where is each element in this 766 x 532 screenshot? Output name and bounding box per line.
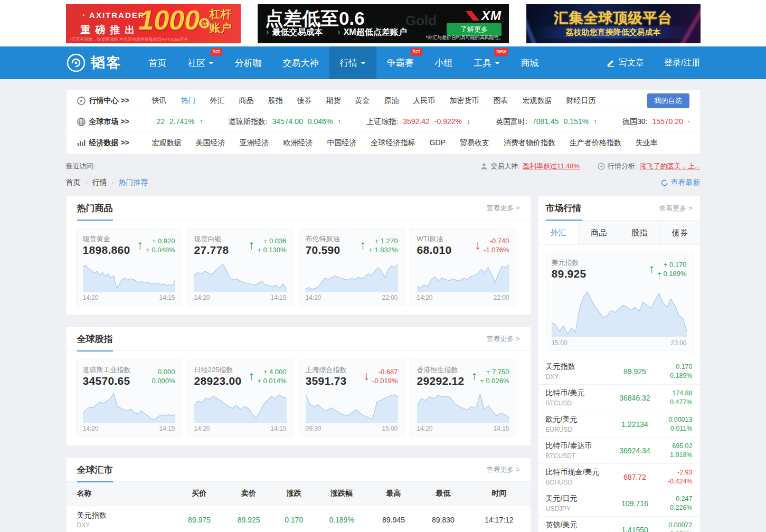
link-ppi[interactable]: 生产者价格指数 xyxy=(570,138,621,148)
bar-chart-icon xyxy=(77,139,86,147)
link-gdp[interactable]: GDP xyxy=(430,138,446,148)
ticker-item[interactable]: 22 2.741% ↑ xyxy=(152,117,203,127)
link-hot[interactable]: 热门 xyxy=(181,96,196,106)
index-card-nikkei[interactable]: 日经225指数28923.00 ↑ + 4.000+ 0.014% 14:201… xyxy=(187,359,294,436)
quote-row-btcusdt[interactable]: 比特币/泰达币BTCUSDT 36924.34 695.021.918% xyxy=(538,437,700,463)
link-macro-data[interactable]: 宏观数据 xyxy=(523,96,552,106)
trend-arrow-icon: ↑ xyxy=(137,239,144,251)
link-europe-economy[interactable]: 欧洲经济 xyxy=(283,138,313,148)
breadcrumb-quotes[interactable]: 行情 xyxy=(92,178,107,187)
link-global-indicators[interactable]: 全球经济指标 xyxy=(371,138,415,148)
ticker-item-ftse[interactable]: 英国富时: 7081.45 0.151% ↑ xyxy=(496,117,597,127)
link-asia-economy[interactable]: 亚洲经济 xyxy=(240,138,269,148)
nav-item-mall[interactable]: 商城 xyxy=(510,46,550,79)
link-china-economy[interactable]: 中国经济 xyxy=(327,138,357,148)
global-market-row: 全球市场 >> 22 2.741% ↑ 道琼斯指数: 34574.00 0.04… xyxy=(67,111,700,132)
commodity-card-wti[interactable]: WTI原油68.010 ↓ -0.740-1.076% 14:2022:00 xyxy=(410,228,516,306)
write-article-button[interactable]: 写文章 xyxy=(607,58,644,69)
compass-icon xyxy=(77,97,86,105)
link-crypto[interactable]: 加密货币 xyxy=(450,96,479,106)
featured-instrument-card[interactable]: 美元指数89.925 ↑ + 0.170+ 0.189% 15:0023:00 xyxy=(545,252,694,351)
trend-arrow-icon: ↓ xyxy=(364,370,370,382)
trend-arrow-icon: ↓ xyxy=(475,239,481,251)
nav-item-contest[interactable]: 争霸赛hot xyxy=(376,46,424,79)
price-sparkline-chart xyxy=(194,259,287,292)
nav-item-quotes[interactable]: 行情 xyxy=(329,46,376,79)
ticker-item-dax[interactable]: 德国30: 15570.20 -0.086 xyxy=(622,117,689,127)
global-indices-panel: 全球股指 查看更多 > 道琼斯工业指数34570.65 0.0000.000% xyxy=(66,327,531,446)
trader-promo-link[interactable]: 盈利率超过11.48% xyxy=(523,162,580,171)
view-more-link[interactable]: 查看更多 > xyxy=(486,334,519,344)
forex-table-row-dxy[interactable]: 美元指数DXY 89.975 89.925 0.170 0.189% 89.94… xyxy=(67,506,531,532)
tab-bonds[interactable]: 债券 xyxy=(660,221,700,244)
quote-row-eurusd[interactable]: 欧元/美元EURUSD 1.22134 0.000130.011% xyxy=(538,411,700,437)
commodity-card-gold[interactable]: 现货黄金1898.860 ↑ + 0.920+ 0.048% 14:2014:1… xyxy=(76,228,182,306)
tab-forex[interactable]: 外汇 xyxy=(538,221,579,244)
index-card-hangseng[interactable]: 香港恒生指数29292.12 ↑ + 7.750+ 0.026% 14:2014… xyxy=(410,359,516,436)
link-oil[interactable]: 原油 xyxy=(384,96,399,106)
view-latest-button[interactable]: 查看最新 xyxy=(660,178,701,187)
hot-badge: hot xyxy=(411,48,422,56)
view-more-link[interactable]: 查看更多 > xyxy=(486,203,519,213)
ad-xm[interactable]: 点差低至0.6 Gold 最低交易成本 XM超低点差账户 XM 了解更多 *外汇… xyxy=(258,4,509,43)
recent-visit-bar: 最近访问: 交易大神: 盈利率超过11.48% 行情分析: 涨飞了的医美，上..… xyxy=(66,162,701,171)
tab-commodities[interactable]: 商品 xyxy=(579,221,619,244)
commodity-card-silver[interactable]: 现货白银27.778 ↑ + 0.036+ 0.130% 14:2014:15 xyxy=(187,228,294,306)
link-cpi[interactable]: 消费者物价指数 xyxy=(504,138,555,148)
link-bonds[interactable]: 债券 xyxy=(297,96,312,106)
link-rmb[interactable]: 人民币 xyxy=(413,96,436,106)
link-gold[interactable]: 黄金 xyxy=(355,96,370,106)
link-futures[interactable]: 期货 xyxy=(326,96,341,106)
breadcrumb: 首页 › 行情 › 热门推荐 查看最新 xyxy=(66,178,701,187)
nav-item-community[interactable]: 社区hot xyxy=(177,46,224,79)
hot-badge: hot xyxy=(211,48,222,56)
nav-item-tools[interactable]: 工具new xyxy=(464,46,510,79)
nav-item-groups[interactable]: 小组 xyxy=(424,46,464,79)
market-quotes-sidebar: 市场行情 查看更多 > 外汇 商品 股指 债券 美元指数89.925 ↑ + 0… xyxy=(538,196,701,532)
link-us-economy[interactable]: 美国经济 xyxy=(196,138,225,148)
quote-row-bchusd[interactable]: 比特币现金/美元BCHUSD 687.72 -2.93-0.424% xyxy=(538,463,700,490)
link-commodities[interactable]: 商品 xyxy=(239,96,254,106)
page: AXITRADER 重磅推出 1000 倍 杠杆 账户 *汇市有风险，投资需谨慎… xyxy=(0,0,766,532)
index-card-dow[interactable]: 道琼斯工业指数34570.65 0.0000.000% 14:2014:15 xyxy=(76,359,182,436)
nav-item-top-traders[interactable]: 交易大神 xyxy=(272,46,329,79)
index-card-shanghai[interactable]: 上海综合指数3591.73 ↓ -0.687-0.019% 09:3015:00 xyxy=(299,359,405,436)
ad-axitrader[interactable]: AXITRADER 重磅推出 1000 倍 杠杆 账户 *汇市有风险，投资需谨慎… xyxy=(66,4,241,43)
link-forex[interactable]: 外汇 xyxy=(210,96,225,106)
sidebar-title: 市场行情 xyxy=(546,196,582,220)
ticker-item-shanghai[interactable]: 上证综指: 3592.42 -0.922% ↓ xyxy=(366,117,470,127)
link-unemployment[interactable]: 失业率 xyxy=(636,138,658,148)
trend-arrow-icon: ↑ xyxy=(593,117,597,127)
link-flash-news[interactable]: 快讯 xyxy=(152,96,167,106)
chevron-down-icon xyxy=(361,62,366,67)
quote-row-dxy[interactable]: 美元指数DXY 89.925 0.1700.189% xyxy=(538,358,700,384)
nav-item-analysts[interactable]: 分析咖 xyxy=(224,46,272,79)
view-more-link[interactable]: 查看更多 > xyxy=(486,465,519,474)
link-calendar[interactable]: 财经日历 xyxy=(566,96,596,106)
login-register-link[interactable]: 登录/注册 xyxy=(664,58,700,69)
tab-indices[interactable]: 股指 xyxy=(619,221,660,244)
commodity-card-brent[interactable]: 布伦特原油70.590 ↑ + 1.270+ 1.832% 14:2022:00 xyxy=(299,228,405,306)
forex-table: 名称 买价 卖价 涨跌 涨跌幅 最高 最低 时间 xyxy=(67,482,531,532)
site-logo[interactable]: 韬客 xyxy=(66,46,122,79)
forex-table-header-row: 名称 买价 卖价 涨跌 涨跌幅 最高 最低 时间 xyxy=(67,482,531,506)
breadcrumb-home[interactable]: 首页 xyxy=(66,178,81,187)
ticker-item-dow[interactable]: 道琼斯指数: 34574.00 0.046% ↑ xyxy=(229,117,342,127)
nav-item-home[interactable]: 首页 xyxy=(138,46,177,79)
link-macro[interactable]: 宏观数据 xyxy=(152,138,182,148)
price-sparkline-chart xyxy=(306,259,398,292)
panel-title: 热门商品 xyxy=(77,196,113,220)
analysis-promo-link[interactable]: 涨飞了的医美，上... xyxy=(640,162,701,171)
trader-icon xyxy=(480,163,488,170)
quote-row-usdjpy[interactable]: 美元/日元USDJPY 109.716 0.2470.226% xyxy=(538,490,700,516)
link-charts[interactable]: 图表 xyxy=(494,96,508,106)
ad-lizhi[interactable]: 汇集全球顶级平台 荔枝助您直接降低交易成本 xyxy=(526,4,701,43)
link-indices[interactable]: 股指 xyxy=(268,96,283,106)
quote-row-gbpusd[interactable]: 英镑/美元GBPUSD 1.41550 0.000720.051% xyxy=(538,516,700,532)
link-trade-balance[interactable]: 贸易收支 xyxy=(460,138,489,148)
my-watchlist-button[interactable]: 我的自选 xyxy=(647,93,689,108)
quote-row-btcusd[interactable]: 比特币/美元BTCUSD 36846.32 174.880.477% xyxy=(538,384,700,411)
view-more-link[interactable]: 查看更多 > xyxy=(659,204,692,213)
trader-promo: 交易大神: 盈利率超过11.48% xyxy=(480,162,580,171)
quick-quote-panel: 行情中心 >> 快讯 热门 外汇 商品 股指 债券 期货 黄金 原油 人民币 加… xyxy=(66,90,701,154)
